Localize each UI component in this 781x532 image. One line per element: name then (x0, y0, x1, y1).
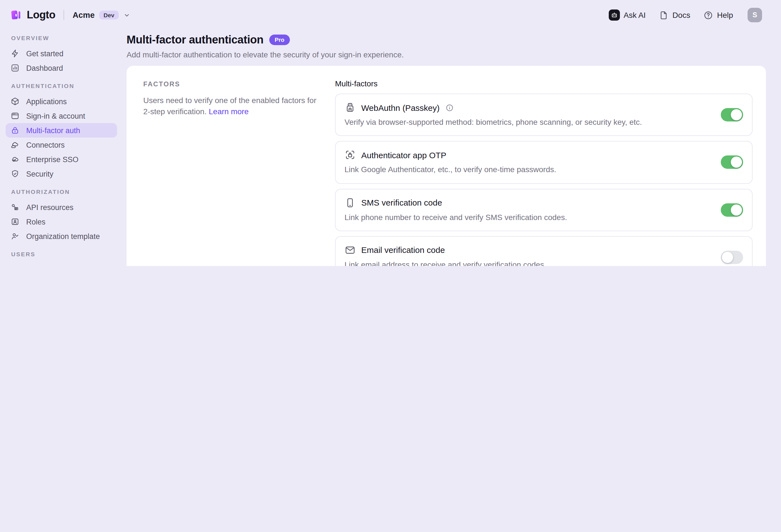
docs-button[interactable]: Docs (659, 10, 690, 20)
docs-icon (659, 10, 669, 20)
help-label: Help (717, 11, 733, 19)
help-button[interactable]: Help (703, 10, 733, 20)
sidebar: OVERVIEW Get started Dashboard AUTHENTIC… (0, 30, 123, 266)
cube-icon (11, 97, 19, 106)
page-subtitle: Add multi-factor authentication to eleva… (127, 50, 766, 59)
logto-console: Logto Acme Dev Ask AI (0, 0, 781, 266)
bar-chart-icon (11, 63, 19, 73)
ask-ai-label: Ask AI (623, 11, 646, 19)
sidebar-item-label: Get started (26, 49, 64, 58)
cloud-key-icon (11, 155, 19, 164)
sidebar-item-enterprise-sso[interactable]: Enterprise SSO (6, 152, 117, 167)
ask-ai-button[interactable]: Ask AI (609, 9, 646, 20)
factor-title: WebAuthn (Passkey) (361, 103, 440, 112)
sidebar-item-label: Connectors (26, 141, 65, 149)
factor-description: Link email address to receive and verify… (344, 259, 710, 266)
logto-wordmark: Logto (27, 9, 55, 21)
user-check-icon (11, 232, 19, 241)
sidebar-item-get-started[interactable]: Get started (6, 46, 117, 61)
factors-section-label: FACTORS (143, 80, 322, 88)
passkey-icon (344, 102, 356, 113)
sidebar-item-roles[interactable]: Roles (6, 215, 117, 229)
org-switcher[interactable]: Acme Dev (73, 11, 131, 20)
logto-logo-icon (10, 9, 22, 21)
sidebar-item-label: API resources (26, 203, 74, 211)
sidebar-item-label: Sign-in & account (26, 112, 85, 120)
logto-logo: Logto (10, 9, 55, 21)
ask-ai-icon (609, 9, 620, 20)
sms-toggle[interactable] (721, 203, 743, 216)
factor-row-webauthn: WebAuthn (Passkey) Verify via browser-su… (335, 94, 752, 136)
org-name: Acme (73, 11, 95, 19)
page-header: Multi-factor authentication Pro Add mult… (127, 34, 766, 59)
docs-label: Docs (672, 11, 690, 19)
authenticator-otp-toggle[interactable] (721, 156, 743, 169)
factor-title: Authenticator app OTP (361, 150, 446, 160)
otp-scan-lock-icon (344, 149, 356, 161)
chevron-down-icon (123, 11, 130, 19)
shield-check-icon (11, 169, 19, 178)
top-bar: Logto Acme Dev Ask AI (0, 0, 781, 30)
sidebar-item-label: Enterprise SSO (26, 155, 79, 164)
sidebar-item-organizations[interactable]: Organizations (6, 262, 117, 266)
sidebar-item-label: Organization template (26, 232, 100, 240)
sidebar-item-label: Security (26, 170, 53, 178)
clouds-icon (11, 140, 19, 149)
factors-learn-more-link[interactable]: Learn more (209, 107, 249, 116)
email-toggle[interactable] (721, 251, 743, 264)
pro-badge: Pro (269, 35, 290, 45)
help-icon (703, 10, 713, 20)
sidebar-item-applications[interactable]: Applications (6, 94, 117, 108)
factor-description: Verify via browser-supported method: bio… (344, 117, 710, 128)
org-chart-icon (11, 265, 19, 266)
sidebar-section-users: USERS (11, 251, 112, 257)
sidebar-item-organization-template[interactable]: Organization template (6, 229, 117, 243)
webauthn-toggle[interactable] (721, 108, 743, 122)
factor-row-sms: SMS verification code Link phone number … (335, 188, 752, 231)
multi-factors-title: Multi-factors (335, 79, 752, 88)
sidebar-item-label: Organizations (26, 265, 73, 266)
avatar-initial: S (752, 11, 757, 19)
factor-row-authenticator-otp: Authenticator app OTP Link Google Authen… (335, 141, 752, 184)
sidebar-item-security[interactable]: Security (6, 167, 117, 181)
factor-title: Email verification code (361, 246, 445, 255)
factor-description: Link phone number to receive and verify … (344, 211, 710, 223)
sidebar-item-label: Dashboard (26, 64, 63, 72)
sidebar-item-dashboard[interactable]: Dashboard (6, 61, 117, 75)
mail-icon (344, 245, 356, 256)
sidebar-item-label: Multi-factor auth (26, 126, 80, 135)
bolt-icon (11, 49, 19, 58)
sidebar-section-authorization: AUTHORIZATION (11, 188, 112, 195)
factor-title: SMS verification code (361, 198, 442, 207)
sidebar-item-label: Applications (26, 97, 67, 105)
api-key-icon (11, 203, 19, 212)
smartphone-icon (344, 197, 356, 208)
info-icon[interactable] (445, 103, 453, 112)
sidebar-section-authentication: AUTHENTICATION (11, 82, 112, 89)
sidebar-item-connectors[interactable]: Connectors (6, 138, 117, 152)
factor-description: Link Google Authenticator, etc., to veri… (344, 164, 710, 175)
user-avatar[interactable]: S (747, 8, 762, 22)
id-card-icon (11, 217, 19, 226)
lock-icon (11, 126, 19, 135)
sidebar-item-multi-factor-auth[interactable]: Multi-factor auth (6, 123, 117, 138)
sidebar-item-label: Roles (26, 218, 45, 226)
factors-card: FACTORS Users need to verify one of the … (127, 66, 766, 266)
env-badge: Dev (99, 11, 119, 20)
browser-window-icon (11, 112, 19, 120)
page-title: Multi-factor authentication (127, 34, 263, 46)
factor-row-email: Email verification code Link email addre… (335, 236, 752, 266)
sidebar-item-sign-in-account[interactable]: Sign-in & account (6, 108, 117, 123)
sidebar-section-overview: OVERVIEW (11, 35, 112, 41)
topbar-divider (64, 10, 65, 20)
main-content: Multi-factor authentication Pro Add mult… (123, 30, 781, 266)
sidebar-item-api-resources[interactable]: API resources (6, 200, 117, 215)
